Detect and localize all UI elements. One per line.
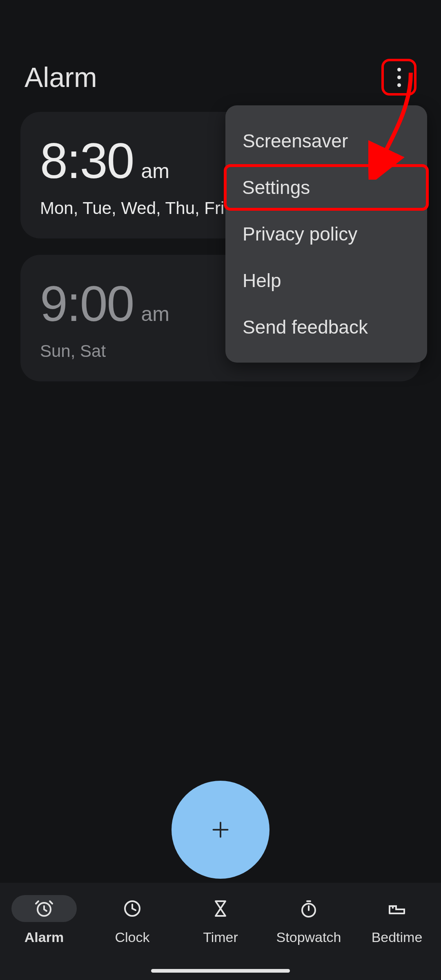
nav-item-alarm[interactable]: Alarm	[0, 895, 88, 945]
status-bar	[0, 0, 441, 49]
app-header: Alarm	[0, 49, 441, 112]
alarm-ampm: am	[141, 302, 169, 326]
nav-label: Timer	[203, 929, 238, 945]
alarm-time: 9:00	[40, 275, 134, 332]
nav-item-stopwatch[interactable]: Stopwatch	[265, 895, 353, 945]
stopwatch-icon	[299, 899, 318, 918]
timer-icon	[211, 899, 230, 918]
alarm-time: 8:30	[40, 132, 134, 189]
menu-item-privacy-policy[interactable]: Privacy policy	[225, 211, 427, 257]
alarm-ampm: am	[141, 159, 169, 183]
nav-label: Alarm	[24, 929, 64, 945]
menu-item-send-feedback[interactable]: Send feedback	[225, 304, 427, 350]
bedtime-icon	[387, 899, 407, 918]
bottom-nav: Alarm Clock Timer	[0, 883, 441, 980]
clock-icon	[122, 899, 142, 918]
plus-icon	[208, 817, 233, 842]
overflow-menu: Screensaver Settings Privacy policy Help…	[225, 105, 427, 363]
nav-item-bedtime[interactable]: Bedtime	[353, 895, 441, 945]
annotation-highlight-overflow	[381, 59, 416, 96]
nav-item-timer[interactable]: Timer	[176, 895, 265, 945]
menu-item-help[interactable]: Help	[225, 257, 427, 304]
menu-item-settings[interactable]: Settings	[224, 164, 429, 211]
overflow-menu-button[interactable]	[385, 64, 412, 91]
svg-point-3	[392, 907, 394, 909]
alarm-icon	[34, 899, 54, 918]
nav-item-clock[interactable]: Clock	[88, 895, 176, 945]
menu-item-screensaver[interactable]: Screensaver	[225, 118, 427, 164]
add-alarm-fab[interactable]	[172, 781, 270, 879]
nav-label: Clock	[115, 929, 149, 945]
nav-label: Stopwatch	[276, 929, 341, 945]
more-vert-icon	[397, 68, 401, 87]
home-indicator	[151, 969, 290, 973]
page-title: Alarm	[24, 61, 97, 93]
nav-label: Bedtime	[372, 929, 423, 945]
